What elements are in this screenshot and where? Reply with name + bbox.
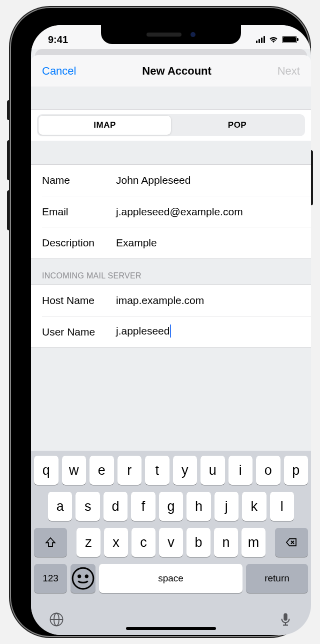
battery-icon <box>282 36 297 43</box>
name-label: Name <box>42 174 116 186</box>
description-field[interactable]: Example <box>116 237 300 249</box>
host-name-row[interactable]: Host Name imap.example.com <box>31 285 311 316</box>
svg-point-4 <box>86 575 88 577</box>
wifi-icon <box>268 36 278 43</box>
key-e[interactable]: e <box>90 456 114 485</box>
next-button[interactable]: Next <box>278 65 300 78</box>
return-key[interactable]: return <box>246 564 308 593</box>
microphone-icon[interactable] <box>278 612 293 627</box>
key-y[interactable]: y <box>173 456 198 485</box>
key-p[interactable]: p <box>284 456 308 485</box>
name-field[interactable]: John Appleseed <box>116 174 300 186</box>
name-row[interactable]: Name John Appleseed <box>31 165 311 196</box>
key-c[interactable]: c <box>132 528 156 557</box>
email-label: Email <box>42 206 116 218</box>
key-n[interactable]: n <box>214 528 238 557</box>
new-account-modal: Cancel New Account Next IMAP POP <box>31 55 311 448</box>
key-u[interactable]: u <box>200 456 225 485</box>
backspace-key[interactable] <box>275 528 308 557</box>
email-row[interactable]: Email j.appleseed@example.com <box>42 196 311 227</box>
page-title: New Account <box>142 65 212 78</box>
cancel-button[interactable]: Cancel <box>42 65 76 78</box>
numbers-key[interactable]: 123 <box>34 564 67 593</box>
key-q[interactable]: q <box>34 456 58 485</box>
key-b[interactable]: b <box>186 528 210 557</box>
key-k[interactable]: k <box>242 492 266 521</box>
user-name-label: User Name <box>42 326 116 338</box>
key-z[interactable]: z <box>76 528 100 557</box>
key-f[interactable]: f <box>131 492 155 521</box>
user-name-row[interactable]: User Name j.appleseed <box>42 316 311 347</box>
email-field[interactable]: j.appleseed@example.com <box>116 206 300 218</box>
key-w[interactable]: w <box>62 456 86 485</box>
screen: 9:41 Cancel New <box>31 25 311 635</box>
key-t[interactable]: t <box>145 456 170 485</box>
svg-rect-8 <box>284 613 288 621</box>
globe-icon[interactable] <box>49 612 64 627</box>
shift-key[interactable] <box>34 528 67 557</box>
segment-imap[interactable]: IMAP <box>38 116 171 135</box>
key-h[interactable]: h <box>186 492 210 521</box>
emoji-icon <box>70 566 96 591</box>
incoming-server-section: Host Name imap.example.com User Name j.a… <box>31 284 311 348</box>
keyboard-row-3: z x c v b n m <box>34 528 308 557</box>
key-s[interactable]: s <box>76 492 100 521</box>
key-j[interactable]: j <box>214 492 238 521</box>
host-name-label: Host Name <box>42 294 116 306</box>
key-i[interactable]: i <box>228 456 253 485</box>
cellular-icon <box>256 36 265 43</box>
key-o[interactable]: o <box>256 456 280 485</box>
front-camera <box>190 32 196 37</box>
segment-pop[interactable]: POP <box>171 116 304 135</box>
svg-point-2 <box>72 568 94 589</box>
key-v[interactable]: v <box>159 528 183 557</box>
key-a[interactable]: a <box>48 492 72 521</box>
key-l[interactable]: l <box>270 492 294 521</box>
key-x[interactable]: x <box>104 528 128 557</box>
keyboard[interactable]: q w e r t y u i o p a s d f g h <box>31 451 311 635</box>
keyboard-row-4: 123 space return <box>34 564 308 593</box>
key-r[interactable]: r <box>118 456 142 485</box>
home-indicator[interactable] <box>126 627 216 630</box>
nav-bar: Cancel New Account Next <box>31 55 311 87</box>
svg-point-3 <box>78 575 80 577</box>
key-g[interactable]: g <box>159 492 183 521</box>
account-section: Name John Appleseed Email j.appleseed@ex… <box>31 164 311 258</box>
protocol-segmented-control[interactable]: IMAP POP <box>37 114 305 136</box>
status-icons <box>256 36 297 43</box>
host-name-field[interactable]: imap.example.com <box>116 294 300 306</box>
phone-frame: 9:41 Cancel New <box>11 8 309 636</box>
description-row[interactable]: Description Example <box>42 227 311 258</box>
notch <box>101 25 241 44</box>
shift-icon <box>44 536 56 548</box>
backspace-icon <box>286 536 298 548</box>
description-label: Description <box>42 237 116 249</box>
text-cursor <box>170 325 171 338</box>
space-key[interactable]: space <box>99 564 242 593</box>
status-time: 9:41 <box>48 34 68 46</box>
key-m[interactable]: m <box>242 528 266 557</box>
user-name-field[interactable]: j.appleseed <box>116 325 300 338</box>
key-d[interactable]: d <box>104 492 128 521</box>
incoming-server-header: INCOMING MAIL SERVER <box>31 258 311 284</box>
emoji-key[interactable] <box>70 564 96 593</box>
speaker-grille <box>146 33 182 37</box>
keyboard-row-2: a s d f g h j k l <box>34 492 308 521</box>
form-content: IMAP POP Name John Appleseed Email j.app… <box>31 87 311 448</box>
keyboard-row-1: q w e r t y u i o p <box>34 456 308 485</box>
